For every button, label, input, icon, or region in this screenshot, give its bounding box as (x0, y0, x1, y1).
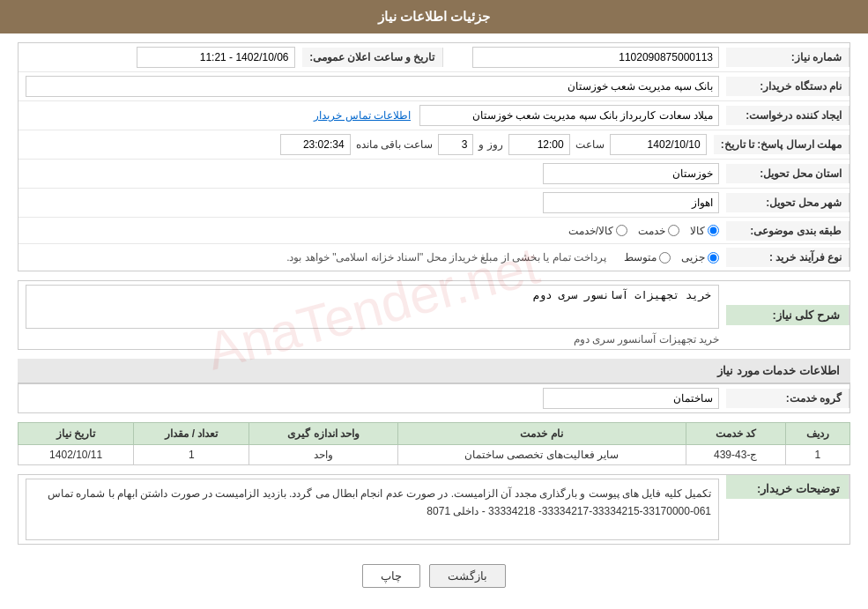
city-label: شهر محل تحویل: (726, 193, 849, 212)
need-number-row: شماره نیاز: تاریخ و ساعت اعلان عمومی: (19, 43, 849, 72)
purchase-motavasset-radio[interactable] (659, 252, 671, 264)
city-input[interactable] (543, 192, 719, 213)
purchase-jozi-item: جزیی (681, 251, 719, 264)
description-textarea[interactable] (26, 285, 719, 329)
buyer-notes-section: توضیحات خریدار: تکمیل کلیه فایل های پیوس… (18, 474, 850, 545)
service-group-value (19, 384, 726, 412)
cell-unit: واحد (249, 445, 397, 465)
category-kala-item: کالا (690, 225, 719, 237)
cell-quantity: 1 (134, 445, 249, 465)
announce-datetime-input[interactable] (137, 47, 295, 68)
province-input[interactable] (543, 163, 719, 184)
col-unit: واحد اندازه گیری (249, 423, 397, 445)
description-label: شرح کلی نیاز: (726, 305, 849, 325)
category-kala-label: کالا (690, 225, 705, 237)
need-number-value (443, 43, 727, 71)
announce-datetime-label: تاریخ و ساعت اعلان عمومی: (302, 48, 443, 67)
service-group-row: گروه خدمت: (19, 384, 849, 412)
print-button[interactable]: چاپ (362, 564, 420, 588)
description-value: AnaTender.net خرید تجهیزات آسانسور سری د… (19, 281, 726, 349)
response-time-label: ساعت (575, 138, 605, 151)
main-info-section: شماره نیاز: تاریخ و ساعت اعلان عمومی: نا… (18, 42, 850, 271)
city-row: شهر محل تحویل: (19, 189, 849, 218)
buyer-org-value (19, 72, 726, 100)
city-value (19, 189, 726, 217)
page-container: جزئیات اطلاعات نیاز شماره نیاز: تاریخ و … (0, 0, 868, 609)
cell-service-name: سایر فعالیت‌های تخصصی ساختمان (397, 445, 686, 465)
creator-row: ایجاد کننده درخواست: اطلاعات تماس خریدار (19, 101, 849, 130)
services-section-title: اطلاعات خدمات مورد نیاز (18, 359, 850, 383)
description-text-display: خرید تجهیزات آسانسور سری دوم (26, 331, 719, 345)
response-time-input[interactable] (508, 134, 570, 155)
category-khedmat-label: خدمت (638, 225, 665, 237)
services-table-container: ردیف کد خدمت نام خدمت واحد اندازه گیری ت… (18, 422, 850, 465)
category-both-label: کالا/خدمت (568, 225, 613, 237)
buyer-notes-row: توضیحات خریدار: تکمیل کلیه فایل های پیوس… (19, 475, 849, 544)
purchase-motavasset-label: متوسط (624, 251, 657, 264)
province-row: استان محل تحویل: (19, 160, 849, 189)
page-header: جزئیات اطلاعات نیاز (0, 0, 868, 33)
category-row: طبقه بندی موضوعی: کالا خدمت (19, 218, 849, 244)
response-deadline-value: ساعت روز و ساعت باقی مانده (19, 130, 714, 159)
purchase-type-label: نوع فرآیند خرید : (726, 248, 849, 267)
response-deadline-row: مهلت ارسال پاسخ: تا تاریخ: ساعت روز و سا… (19, 130, 849, 160)
category-label: طبقه بندی موضوعی: (726, 221, 849, 241)
purchase-type-notice: پرداخت تمام یا بخشی از مبلغ خریداز محل "… (279, 248, 613, 267)
creator-label: ایجاد کننده درخواست: (726, 106, 849, 125)
purchase-motavasset-item: متوسط (624, 251, 671, 264)
col-service-name: نام خدمت (397, 423, 686, 445)
announce-datetime-value (19, 43, 302, 71)
purchase-jozi-label: جزیی (681, 251, 705, 264)
cell-row-num: 1 (785, 445, 849, 465)
col-quantity: تعداد / مقدار (134, 423, 249, 445)
buyer-notes-value: تکمیل کلیه فایل های پیوست و بارگذاری مجد… (19, 475, 726, 544)
cell-service-code: ج-43-439 (686, 445, 785, 465)
description-section: شرح کلی نیاز: AnaTender.net خرید تجهیزات… (18, 280, 850, 350)
category-both-radio[interactable] (616, 225, 627, 236)
category-both-item: کالا/خدمت (568, 225, 627, 237)
description-row: شرح کلی نیاز: AnaTender.net خرید تجهیزات… (19, 281, 849, 349)
buttons-row: بازگشت چاپ (18, 553, 850, 595)
page-title: جزئیات اطلاعات نیاز (378, 9, 490, 24)
col-date: تاریخ نیاز (19, 423, 134, 445)
province-value (19, 160, 726, 188)
cell-date: 1402/10/11 (19, 445, 134, 465)
purchase-type-value: جزیی متوسط پرداخت تمام یا بخشی از مبلغ خ… (19, 244, 726, 271)
buyer-org-input[interactable] (26, 76, 719, 97)
province-label: استان محل تحویل: (726, 164, 849, 183)
back-button[interactable]: بازگشت (429, 564, 506, 588)
buyer-notes-label: توضیحات خریدار: (726, 475, 849, 499)
content-area: شماره نیاز: تاریخ و ساعت اعلان عمومی: نا… (0, 33, 868, 604)
response-remaining-label: ساعت باقی مانده (356, 138, 434, 151)
service-group-label: گروه خدمت: (726, 389, 849, 408)
col-service-code: کد خدمت (686, 423, 785, 445)
buyer-notes-box: تکمیل کلیه فایل های پیوست و بارگذاری مجد… (26, 479, 719, 540)
creator-input[interactable] (419, 105, 719, 126)
service-group-input[interactable] (543, 388, 719, 409)
services-table: ردیف کد خدمت نام خدمت واحد اندازه گیری ت… (18, 422, 850, 465)
category-kala-radio[interactable] (708, 225, 719, 236)
buyer-org-row: نام دستگاه خریدار: (19, 72, 849, 101)
response-date-input[interactable] (610, 134, 707, 155)
need-number-input[interactable] (472, 47, 719, 68)
purchase-type-row: نوع فرآیند خرید : جزیی متوسط پرداخت تمام… (19, 244, 849, 271)
purchase-jozi-radio[interactable] (708, 252, 719, 264)
category-khedmat-item: خدمت (638, 225, 679, 237)
response-deadline-label: مهلت ارسال پاسخ: تا تاریخ: (714, 135, 849, 154)
col-row-num: ردیف (785, 423, 849, 445)
service-group-section: گروه خدمت: (18, 383, 850, 413)
table-row: 1 ج-43-439 سایر فعالیت‌های تخصصی ساختمان… (19, 445, 850, 465)
creator-value: اطلاعات تماس خریدار (19, 101, 726, 130)
category-khedmat-radio[interactable] (668, 225, 679, 236)
buyer-org-label: نام دستگاه خریدار: (726, 77, 849, 96)
response-days-input[interactable] (438, 134, 473, 155)
need-number-label: شماره نیاز: (726, 48, 849, 67)
creator-link[interactable]: اطلاعات تماس خریدار (314, 109, 411, 122)
response-remaining-input[interactable] (280, 134, 351, 155)
category-value: کالا خدمت کالا/خدمت (19, 221, 726, 241)
response-days-label: روز و (479, 138, 502, 151)
